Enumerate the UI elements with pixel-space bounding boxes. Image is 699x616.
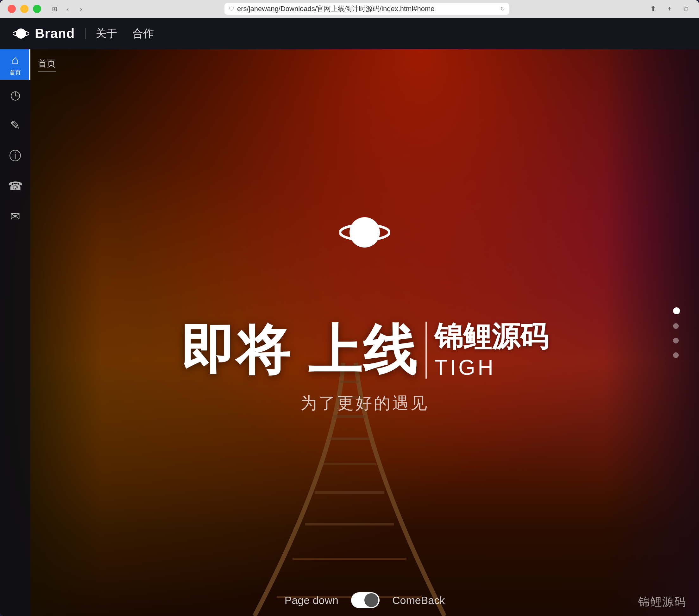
page-down-label: Page down <box>285 594 339 606</box>
back-button[interactable]: ‹ <box>63 4 73 14</box>
traffic-lights <box>8 5 41 13</box>
forward-button[interactable]: › <box>76 4 86 14</box>
window-controls: ⊞ ‹ › <box>49 4 86 14</box>
info-icon: ⓘ <box>9 148 21 164</box>
dot-4[interactable] <box>673 352 679 358</box>
home-page-label: 首页 <box>38 57 56 71</box>
sidebar-item-clock[interactable]: ◷ <box>0 80 30 110</box>
home-icon: ⌂ <box>12 53 19 67</box>
sidebar-toggle-button[interactable]: ⊞ <box>49 4 60 14</box>
address-bar[interactable]: 🛡 ers/janewang/Downloads/官网上线倒计时源码/index… <box>224 3 509 15</box>
maximize-button[interactable] <box>33 5 41 13</box>
dot-2[interactable] <box>673 323 679 329</box>
center-content: 即将 上线 锦鲤源码 TIGH 为了更好的遇见 <box>30 49 699 616</box>
main-text-large: 即将 上线 <box>181 323 418 377</box>
title-bar: ⊞ ‹ › 🛡 ers/janewang/Downloads/官网上线倒计时源码… <box>0 0 699 18</box>
left-sidebar: ⌂ 首页 ◷ ✎ ⓘ ☎ ✉ <box>0 49 30 616</box>
nav-link-cooperate[interactable]: 合作 <box>132 26 154 41</box>
sub-heading: 为了更好的遇见 <box>301 392 429 414</box>
sidebar-item-mail[interactable]: ✉ <box>0 201 30 232</box>
minimize-button[interactable] <box>20 5 28 13</box>
planet-icon-nav <box>13 25 29 42</box>
shield-icon: 🛡 <box>229 6 235 12</box>
main-divider-vertical <box>425 322 427 379</box>
nav-link-about[interactable]: 关于 <box>96 26 117 41</box>
sidebar-item-edit[interactable]: ✎ <box>0 110 30 141</box>
dot-3[interactable] <box>673 338 679 343</box>
new-tab-button[interactable]: + <box>664 3 675 14</box>
main-text-right: 锦鲤源码 TIGH <box>434 321 548 380</box>
share-button[interactable]: ⬆ <box>648 3 659 14</box>
brand-name: Brand <box>35 26 75 41</box>
toggle-knob <box>365 593 378 607</box>
phone-icon: ☎ <box>8 179 23 193</box>
svg-point-12 <box>350 217 380 248</box>
address-bar-wrap: 🛡 ers/janewang/Downloads/官网上线倒计时源码/index… <box>91 3 643 15</box>
sidebar-item-phone[interactable]: ☎ <box>0 171 30 201</box>
mail-icon: ✉ <box>10 210 20 223</box>
main-text-en: TIGH <box>434 355 548 380</box>
reload-icon: ↻ <box>500 5 505 12</box>
brand-logo: Brand <box>13 25 75 42</box>
nav-links: 关于 合作 <box>96 26 154 41</box>
svg-point-0 <box>16 28 26 39</box>
main-heading-row: 即将 上线 锦鲤源码 TIGH <box>181 321 548 380</box>
nav-bar: Brand 关于 合作 <box>0 18 699 49</box>
dots-nav <box>673 307 680 358</box>
nav-divider <box>85 28 85 39</box>
toggle-switch[interactable] <box>351 592 380 608</box>
sidebar-home-label: 首页 <box>10 69 21 76</box>
sidebar-home-item[interactable]: ⌂ 首页 <box>0 49 30 80</box>
comeback-label: ComeBack <box>392 594 445 606</box>
planet-center-icon <box>339 207 390 258</box>
toolbar-right: ⬆ + ⧉ <box>648 3 691 14</box>
close-button[interactable] <box>8 5 16 13</box>
browser-window: ⊞ ‹ › 🛡 ers/janewang/Downloads/官网上线倒计时源码… <box>0 0 699 616</box>
main-text-cn: 锦鲤源码 <box>434 321 548 352</box>
main-area: ⌂ 首页 ◷ ✎ ⓘ ☎ ✉ 首页 <box>0 49 699 616</box>
clock-icon: ◷ <box>10 88 21 102</box>
dot-1[interactable] <box>673 307 680 314</box>
tab-overview-button[interactable]: ⧉ <box>681 3 691 14</box>
address-text: ers/janewang/Downloads/官网上线倒计时源码/index.h… <box>237 4 498 14</box>
home-breadcrumb-row: 首页 <box>30 53 63 77</box>
sidebar-item-info[interactable]: ⓘ <box>0 141 30 171</box>
edit-icon: ✎ <box>10 118 20 132</box>
watermark: 锦鲤源码 <box>638 594 686 610</box>
bottom-bar: Page down ComeBack <box>30 584 699 616</box>
